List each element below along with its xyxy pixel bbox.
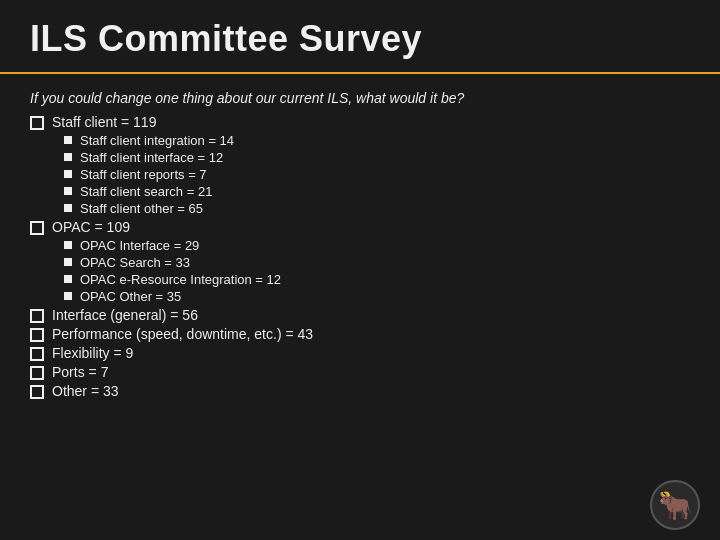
item-label: Staff client = 119 [52,114,156,130]
sub-item-label: OPAC Interface = 29 [80,238,199,253]
list-item: Other = 33 [30,383,690,399]
sub-bullet-icon [64,241,72,249]
subtitle: If you could change one thing about our … [30,90,690,106]
sub-item-label: OPAC e-Resource Integration = 12 [80,272,281,287]
sub-bullet-icon [64,153,72,161]
item-label: Other = 33 [52,383,119,399]
bullet-icon [30,328,44,342]
list-item: Interface (general) = 56 [30,307,690,323]
main-list: Staff client = 119 Staff client integrat… [30,114,690,399]
list-item: Staff client = 119 [30,114,690,130]
bullet-icon [30,347,44,361]
sub-list: OPAC Interface = 29 OPAC Search = 33 OPA… [64,238,690,304]
item-label: Performance (speed, downtime, etc.) = 43 [52,326,313,342]
content-area: If you could change one thing about our … [0,74,720,540]
list-item: Performance (speed, downtime, etc.) = 43 [30,326,690,342]
list-item: Staff client search = 21 [64,184,690,199]
list-item: Staff client reports = 7 [64,167,690,182]
sub-item-label: Staff client interface = 12 [80,150,223,165]
logo-badge: 🐂 [650,480,700,530]
bullet-icon [30,221,44,235]
sub-item-label: Staff client other = 65 [80,201,203,216]
bullet-icon [30,116,44,130]
list-item: OPAC = 109 [30,219,690,235]
sub-bullet-icon [64,275,72,283]
list-item: Flexibility = 9 [30,345,690,361]
sub-bullet-icon [64,170,72,178]
list-item: Ports = 7 [30,364,690,380]
list-item: Staff client integration = 14 [64,133,690,148]
header: ILS Committee Survey [0,0,720,74]
sub-item-label: OPAC Search = 33 [80,255,190,270]
slide: ILS Committee Survey If you could change… [0,0,720,540]
list-item: OPAC Interface = 29 [64,238,690,253]
list-item: OPAC e-Resource Integration = 12 [64,272,690,287]
sub-item-label: OPAC Other = 35 [80,289,181,304]
bullet-icon [30,385,44,399]
slide-title: ILS Committee Survey [30,18,690,60]
sub-item-label: Staff client reports = 7 [80,167,207,182]
sub-list: Staff client integration = 14 Staff clie… [64,133,690,216]
list-item: Staff client other = 65 [64,201,690,216]
sub-item-label: Staff client search = 21 [80,184,212,199]
list-item: Staff client interface = 12 [64,150,690,165]
list-item: OPAC Search = 33 [64,255,690,270]
sub-item-label: Staff client integration = 14 [80,133,234,148]
logo-icon: 🐂 [658,489,693,522]
bullet-icon [30,309,44,323]
sub-bullet-icon [64,187,72,195]
sub-bullet-icon [64,136,72,144]
sub-bullet-icon [64,258,72,266]
item-label: Flexibility = 9 [52,345,133,361]
sub-bullet-icon [64,204,72,212]
list-item: OPAC Other = 35 [64,289,690,304]
item-label: Interface (general) = 56 [52,307,198,323]
bullet-icon [30,366,44,380]
sub-bullet-icon [64,292,72,300]
item-label: OPAC = 109 [52,219,130,235]
item-label: Ports = 7 [52,364,108,380]
